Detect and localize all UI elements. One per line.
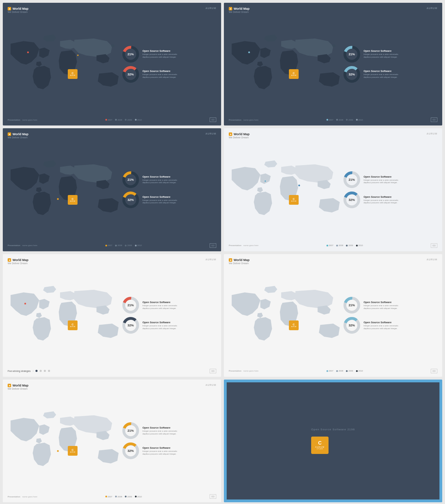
chart-row-4: 32% Open Source Software Integer posuere… xyxy=(343,65,402,83)
play-icon-6 xyxy=(229,258,232,262)
slide-5-title: World Map xyxy=(8,258,29,262)
slide-3-charts: 21% Open Source Software Integer posuere… xyxy=(122,171,218,209)
slide-2-footer: Presentation name goes here 2007 2008 20… xyxy=(229,117,437,122)
logo-badge-3: C AURUM xyxy=(68,195,78,205)
slide-2-title: World Map xyxy=(229,7,250,10)
donut-14: 32% xyxy=(122,442,140,460)
map-marker-8 xyxy=(265,180,266,182)
donut-label-5: 21% xyxy=(128,178,134,181)
chart-row-8: 32% Open Source Software Integer posuere… xyxy=(343,191,402,209)
slide-3-footer: Presentation name goes here 2007 2008 20… xyxy=(8,243,216,248)
slide-8-inner: Open Source Software 2196 C AURUM STUDIO xyxy=(227,382,439,499)
chart-text-10: Open Source Software Integer posuere era… xyxy=(143,321,181,330)
footer-num-5: 00 xyxy=(210,369,216,373)
slide-4-title: World Map xyxy=(229,132,250,136)
slide-2-charts: 21% Open Source Software Integer posuere… xyxy=(343,45,439,83)
legend-1: 2007 2008 2009 2010 xyxy=(105,119,142,121)
slide-1-footer: Presentation name goes here 2007 2008 20… xyxy=(8,117,216,122)
slide-3-brand: AURUM xyxy=(205,132,216,135)
slide-5-charts: 21% Open Source Software Integer posuere… xyxy=(122,296,218,334)
donut-10: 32% xyxy=(122,316,140,334)
chart-row-2: 32% Open Source Software Integer posuere… xyxy=(122,65,181,83)
donut-label-9: 21% xyxy=(128,303,134,307)
slide-3-subtitle: We Deliver Dream xyxy=(8,136,29,139)
slide-4-map: C AURUM xyxy=(224,141,359,245)
slide-6-subtitle: We Deliver Dream xyxy=(229,262,250,265)
footer-num-6: 00 xyxy=(431,369,437,373)
slide-2: World Map We Deliver Dream AURUM C A xyxy=(224,3,442,125)
slide-5-header: World Map We Deliver Dream xyxy=(8,258,29,265)
play-icon-1 xyxy=(8,7,11,10)
slide-6-map: C AURUM xyxy=(224,266,359,371)
chart-row-11: 21% Open Source Software Integer posuere… xyxy=(343,296,402,314)
legend-2: 2007 2008 2009 2010 xyxy=(326,119,363,121)
donut-label-8: 32% xyxy=(349,198,355,202)
slide-6: World Map We Deliver Dream AURUM C AURUM xyxy=(224,254,442,377)
donut-3: 21% xyxy=(343,45,361,63)
donut-label-1: 21% xyxy=(128,52,134,56)
slide-5-footer: Five winning strategies › 00 xyxy=(8,369,216,373)
chart-row-14: 32% Open Source Software Integer posuere… xyxy=(122,442,181,460)
slide-7-subtitle: We Deliver Dream xyxy=(8,388,29,390)
donut-label-3: 21% xyxy=(349,52,355,56)
play-icon-7 xyxy=(8,384,11,387)
footer-left-2: Presentation name goes here xyxy=(229,119,258,121)
chart-text-9: Open Source Software Integer posuere era… xyxy=(143,301,181,310)
slide-7-header: World Map We Deliver Dream xyxy=(8,384,29,390)
slide-2-header: World Map We Deliver Dream xyxy=(229,7,250,13)
slide-6-footer: Presentation name goes here 2007 2008 20… xyxy=(229,369,437,373)
donut-label-6: 32% xyxy=(128,198,134,202)
donut-2: 32% xyxy=(122,65,140,83)
donut-6: 32% xyxy=(122,191,140,209)
logo-badge-1: C AURUM xyxy=(68,69,78,79)
donut-7: 21% xyxy=(343,171,361,189)
slide-3-title: World Map xyxy=(8,132,29,136)
slide-7-footer: Presentation name goes here 2007 2008 20… xyxy=(8,494,216,499)
slide-5-map: C AURUM xyxy=(3,266,138,371)
logo-badge-6: C AURUM xyxy=(289,320,299,330)
slide-5-brand: AURUM xyxy=(205,258,216,261)
chart-text-5: Open Source Software Integer posuere era… xyxy=(143,175,181,185)
play-icon-2 xyxy=(229,7,232,10)
chart-text-8: Open Source Software Integer posuere era… xyxy=(364,195,402,205)
chart-row-12: 32% Open Source Software Integer posuere… xyxy=(343,316,402,334)
map-marker-7 xyxy=(298,185,300,186)
chart-row-13: 21% Open Source Software Integer posuere… xyxy=(122,422,181,440)
slide-1-brand: AURUM xyxy=(205,7,216,9)
legend-7: 2007 2008 2009 2010 xyxy=(105,496,142,498)
chart-row-5: 21% Open Source Software Integer posuere… xyxy=(122,171,181,189)
donut-8: 32% xyxy=(343,191,361,209)
slide-6-header: World Map We Deliver Dream xyxy=(229,258,250,265)
chart-row-10: 32% Open Source Software Integer posuere… xyxy=(122,316,181,334)
footer-left-4: Presentation name goes here xyxy=(229,244,258,246)
slide-8-content: Open Source Software 2196 C AURUM STUDIO xyxy=(311,428,355,454)
slide-7: World Map We Deliver Dream AURUM C AURUM xyxy=(3,380,221,502)
chart-text-14: Open Source Software Integer posuere era… xyxy=(143,446,181,456)
slide-7-map: C AURUM xyxy=(3,392,138,496)
slide-7-brand: AURUM xyxy=(205,384,216,386)
chart-text-7: Open Source Software Integer posuere era… xyxy=(364,175,402,185)
donut-12: 32% xyxy=(343,316,361,334)
slide-4: World Map We Deliver Dream AURUM C AURUM xyxy=(224,128,442,251)
logo-badge-4: C AURUM xyxy=(289,195,299,205)
chart-row-1: 21% Open Source Software Integer posuere… xyxy=(122,45,181,63)
slide-1-title: World Map xyxy=(8,7,29,10)
slide-6-title: World Map xyxy=(229,258,250,262)
slide-4-charts: 21% Open Source Software Integer posuere… xyxy=(343,171,439,209)
play-icon-3 xyxy=(8,132,11,136)
slide-2-subtitle: We Deliver Dream xyxy=(229,11,250,13)
donut-label-2: 32% xyxy=(128,73,134,76)
donut-5: 21% xyxy=(122,171,140,189)
donut-4: 32% xyxy=(343,65,361,83)
slide-1-map: C AURUM xyxy=(3,15,138,119)
donut-label-14: 32% xyxy=(128,449,134,453)
slide-7-charts: 21% Open Source Software Integer posuere… xyxy=(122,422,218,460)
slide-grid: World Map We Deliver Dream AURUM xyxy=(0,0,445,504)
slide-3-map: C AURUM xyxy=(3,141,138,245)
slide-4-header: World Map We Deliver Dream xyxy=(229,132,250,139)
chart-row-7: 21% Open Source Software Integer posuere… xyxy=(343,171,402,189)
donut-label-12: 32% xyxy=(349,324,355,327)
footer-left-1: Presentation name goes here xyxy=(8,119,37,121)
footer-left-6: Presentation name goes here xyxy=(229,370,258,372)
donut-9: 21% xyxy=(122,296,140,314)
